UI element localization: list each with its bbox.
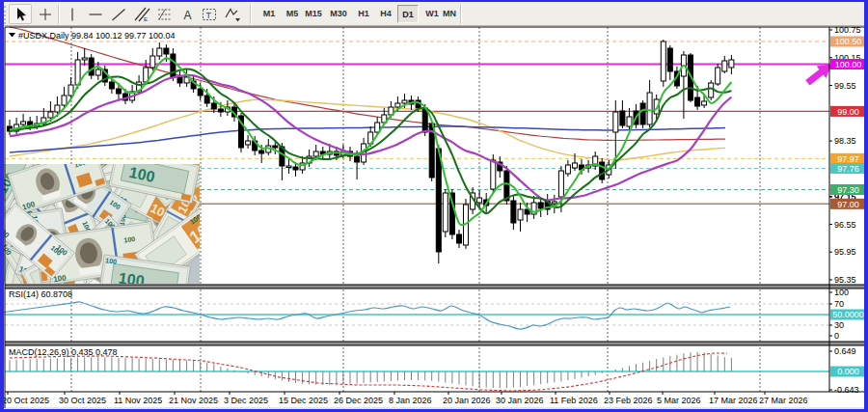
svg-text:27 Mar 2026: 27 Mar 2026	[759, 396, 808, 405]
svg-text:T: T	[206, 11, 212, 20]
svg-text:30 Jan 2026: 30 Jan 2026	[496, 396, 544, 405]
svg-text:99.55: 99.55	[834, 81, 856, 91]
svg-text:20 Oct 2025: 20 Oct 2025	[2, 396, 49, 405]
svg-text:100.00: 100.00	[835, 60, 862, 69]
svg-text:0.000: 0.000	[837, 367, 859, 376]
svg-text:99.00: 99.00	[837, 107, 859, 117]
svg-text:50.0000: 50.0000	[832, 310, 864, 319]
svg-text:0.649: 0.649	[834, 346, 856, 356]
svg-text:26 Dec 2025: 26 Dec 2025	[334, 396, 383, 405]
svg-text:30: 30	[834, 320, 844, 330]
svg-text:30 Oct 2025: 30 Oct 2025	[59, 396, 106, 405]
svg-text:3 Dec 2025: 3 Dec 2025	[224, 396, 268, 405]
svg-text:70: 70	[834, 299, 844, 309]
svg-text:100.75: 100.75	[834, 25, 861, 35]
svg-text:95.95: 95.95	[834, 247, 856, 257]
svg-text:97.30: 97.30	[837, 185, 859, 195]
svg-text:21 Nov 2025: 21 Nov 2025	[169, 396, 218, 405]
svg-text:97.76: 97.76	[837, 164, 859, 174]
svg-text:8 Jan 2026: 8 Jan 2026	[389, 396, 432, 405]
svg-text:#USDX,Daily 99.84 100.12 99.77: #USDX,Daily 99.84 100.12 99.77 100.04	[18, 31, 176, 41]
svg-text:E: E	[144, 16, 148, 22]
svg-text:5 Mar 2026: 5 Mar 2026	[657, 396, 701, 405]
svg-text:RSI(14) 60.8708: RSI(14) 60.8708	[9, 289, 72, 299]
svg-text:20 Jan 2026: 20 Jan 2026	[443, 396, 491, 405]
svg-text:A: A	[184, 9, 192, 22]
svg-text:-0.643: -0.643	[834, 385, 859, 395]
svg-text:100: 100	[834, 288, 849, 297]
svg-text:96.55: 96.55	[834, 220, 856, 230]
svg-text:11 Nov 2025: 11 Nov 2025	[114, 396, 162, 405]
svg-text:17 Mar 2026: 17 Mar 2026	[709, 396, 758, 405]
svg-text:MACD(12,26,9) 0,435 0,478: MACD(12,26,9) 0,435 0,478	[9, 347, 118, 357]
svg-text:23 Feb 2026: 23 Feb 2026	[604, 396, 653, 405]
svg-text:100.50: 100.50	[835, 37, 862, 46]
svg-text:15 Dec 2025: 15 Dec 2025	[279, 396, 328, 405]
svg-text:97.97: 97.97	[837, 154, 859, 164]
svg-text:95.35: 95.35	[834, 275, 856, 285]
svg-text:0: 0	[834, 331, 839, 341]
svg-text:11 Feb 2026: 11 Feb 2026	[550, 396, 598, 405]
svg-text:98.35: 98.35	[834, 136, 856, 146]
svg-text:97.00: 97.00	[837, 200, 859, 209]
